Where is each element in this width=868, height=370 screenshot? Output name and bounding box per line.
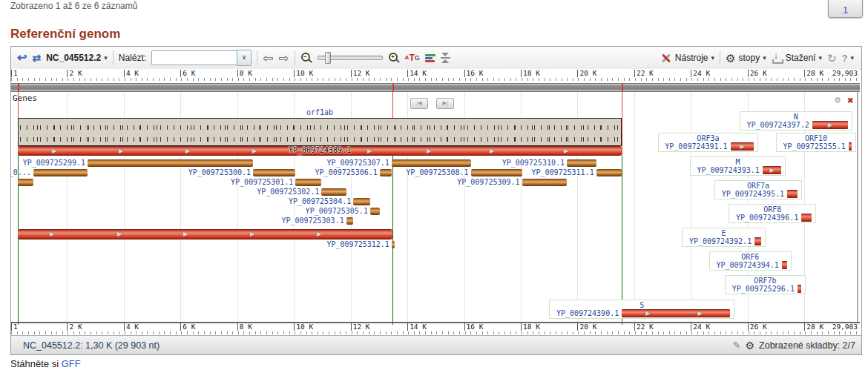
track-canvas[interactable]: 12 K4 K6 K8 K10 K12 K14 K16 K18 K20 K22 … (11, 69, 860, 335)
peptide-bar[interactable] (295, 179, 321, 186)
refresh-icon[interactable]: ↻ (827, 53, 837, 64)
download-gff-line: Stáhněte si GFF (10, 358, 81, 369)
track-close-icon[interactable]: ✖ (847, 96, 853, 105)
cds-bar[interactable]: ▶▶ (622, 309, 730, 317)
cds-bar[interactable] (782, 261, 787, 269)
gene-box-orf10[interactable]: ORF10YP_009725255.1 (776, 133, 856, 152)
gene-box-orf8[interactable]: ORF8YP_009724396.1 (729, 204, 816, 223)
cds-label[interactable]: YP_009724395.1 (722, 191, 784, 198)
peptide-label[interactable]: YP_009725300.1 (188, 169, 251, 176)
cds-label[interactable]: YP_009724392.1 (689, 238, 752, 245)
peptide-bar[interactable] (321, 188, 346, 196)
peptide-label[interactable]: YP_009725312.1 (327, 241, 389, 248)
track-gear-icon[interactable]: ⚙ (834, 96, 841, 105)
search-combobox[interactable]: ∨ (151, 50, 251, 66)
refseq-dropdown[interactable]: NC_045512.2 ▾ (46, 53, 108, 63)
peptide-label[interactable]: YP_0... (11, 169, 31, 176)
overview-scrollbar[interactable] (11, 83, 860, 92)
highlight-tracks-icon[interactable] (425, 54, 435, 62)
peptide-label[interactable]: YP_009725308.1 (406, 169, 468, 176)
cds-bar[interactable] (801, 214, 812, 222)
peptide-bar[interactable] (370, 208, 380, 215)
peptide-label[interactable]: YP_009725307.1 (327, 159, 389, 167)
peptide-label[interactable]: YP_009725299.1 (23, 159, 85, 167)
cds-bar[interactable]: ▶ (731, 142, 754, 151)
tools-menu-button[interactable]: Nástroje ▾ (660, 52, 714, 64)
cds-bar[interactable] (798, 285, 801, 293)
zoom-out-icon[interactable]: − (300, 52, 312, 64)
cds-bar[interactable] (754, 237, 761, 245)
combobox-dropdown-icon[interactable]: ∨ (237, 50, 251, 66)
pan-left-icon[interactable]: ⇦ (263, 52, 273, 65)
cds-bar[interactable] (787, 190, 798, 198)
visible-tracks-status[interactable]: Zobrazené skladby: 2/7 (759, 340, 855, 351)
cds-label[interactable]: YP_009725255.1 (783, 143, 846, 151)
download-menu-button[interactable]: ↓ Stažení ▾ (772, 53, 822, 64)
peptide-bar[interactable] (522, 179, 567, 186)
peptide-label[interactable]: YP_009725306.1 (315, 169, 378, 176)
gene-box-e[interactable]: EYP_009724392.1 (682, 228, 766, 247)
pan-right-icon[interactable]: ⇨ (278, 52, 289, 65)
cds-bar[interactable]: ▶ (812, 121, 848, 129)
peptide-bar[interactable] (567, 159, 596, 167)
peptide-bar[interactable] (253, 169, 295, 176)
flip-strand-icon[interactable]: ⇄ (32, 53, 41, 63)
track-page-prev-button[interactable]: |◀ (410, 98, 428, 109)
peptide-bar[interactable] (392, 159, 471, 167)
sequence-atg-icon[interactable]: ATG (405, 54, 420, 62)
cds-label[interactable]: YP_009725296.1 (732, 285, 795, 293)
gene-box-orf6[interactable]: ORF6YP_009724394.1 (709, 251, 792, 271)
peptide-label[interactable]: YP_009725310.1 (502, 159, 565, 167)
zoom-in-icon[interactable]: + (388, 52, 400, 64)
edit-pencil-icon[interactable]: ✎ (733, 340, 741, 351)
gene-box-n[interactable]: NYP_009724397.2▶ (740, 111, 852, 131)
cds-label[interactable]: YP_009724391.1 (665, 143, 727, 151)
peptide-label[interactable]: YP_009725303.1 (281, 217, 343, 225)
gene-box-s[interactable]: SYP_009724390.1▶▶ (549, 300, 734, 319)
track-label-genes[interactable]: Genes (13, 93, 37, 103)
gene-box-orf1ab[interactable] (18, 118, 622, 146)
gene-label-orf1ab[interactable]: orf1ab (306, 109, 333, 116)
cds-label[interactable]: YP_009724397.2 (746, 122, 809, 129)
peptide-label[interactable]: YP_009725304.1 (289, 198, 351, 205)
collapse-tracks-icon[interactable] (441, 53, 450, 63)
ruler-tick-label: 14 K (407, 323, 427, 331)
cds-label[interactable]: YP_009724394.1 (716, 262, 778, 269)
tracks-menu-button[interactable]: ⚙ stopy ▾ (726, 53, 766, 64)
cds-label-orf1ab[interactable]: YP_009724389.1 (289, 147, 351, 154)
peptide-bar[interactable] (380, 169, 392, 176)
track-page-next-button[interactable]: ▶| (436, 98, 454, 109)
peptide-label[interactable]: YP_009725309.1 (457, 179, 519, 186)
peptide-label[interactable]: YP_009725311.1 (531, 169, 594, 176)
gear-icon[interactable]: ⚙ (745, 340, 754, 351)
peptide-bar[interactable] (596, 169, 622, 176)
zoom-slider[interactable] (318, 56, 383, 60)
cds-label[interactable]: YP_009724393.1 (697, 167, 760, 174)
gene-box-orf7b[interactable]: ORF7bYP_009725296.1 (725, 275, 806, 294)
gene-box-orf3a[interactable]: ORF3aYP_009724391.1▶ (658, 133, 759, 152)
cds-bar[interactable]: ▶ (763, 166, 782, 174)
peptide-label[interactable]: YP_009725305.1 (306, 208, 368, 215)
peptide-bar[interactable] (353, 198, 370, 205)
gene-box-m[interactable]: MYP_009724393.1▶ (690, 156, 786, 176)
back-icon[interactable]: ↩ (17, 52, 27, 64)
peptide-label[interactable]: YP_009725301.1 (231, 179, 293, 186)
zoom-slider-handle[interactable] (325, 52, 331, 64)
peptide-label[interactable]: YP_009725302.1 (257, 188, 319, 196)
cds-label[interactable]: YP_009724396.1 (736, 214, 798, 222)
peptide-bar[interactable] (33, 169, 88, 176)
strand-arrow-icon: ▶ (645, 311, 650, 317)
cds-bar-orf1a[interactable]: ▶▶▶▶▶ (18, 229, 392, 239)
peptide-bar[interactable] (346, 217, 353, 225)
gene-box-orf7a[interactable]: ORF7aYP_009724395.1 (714, 180, 802, 199)
gff-link[interactable]: GFF (62, 358, 81, 369)
cds-bar[interactable] (849, 142, 852, 151)
peptide-bar[interactable] (88, 159, 253, 167)
cds-label[interactable]: YP_009724390.1 (556, 310, 619, 317)
peptide-bar[interactable] (392, 241, 395, 248)
peptide-bar[interactable] (471, 169, 522, 176)
peptide-bar[interactable] (18, 179, 33, 186)
search-input[interactable] (151, 50, 237, 65)
help-menu-button[interactable]: ? ▾ (842, 53, 854, 64)
pagination-page-1-button[interactable]: 1 (828, 0, 863, 18)
